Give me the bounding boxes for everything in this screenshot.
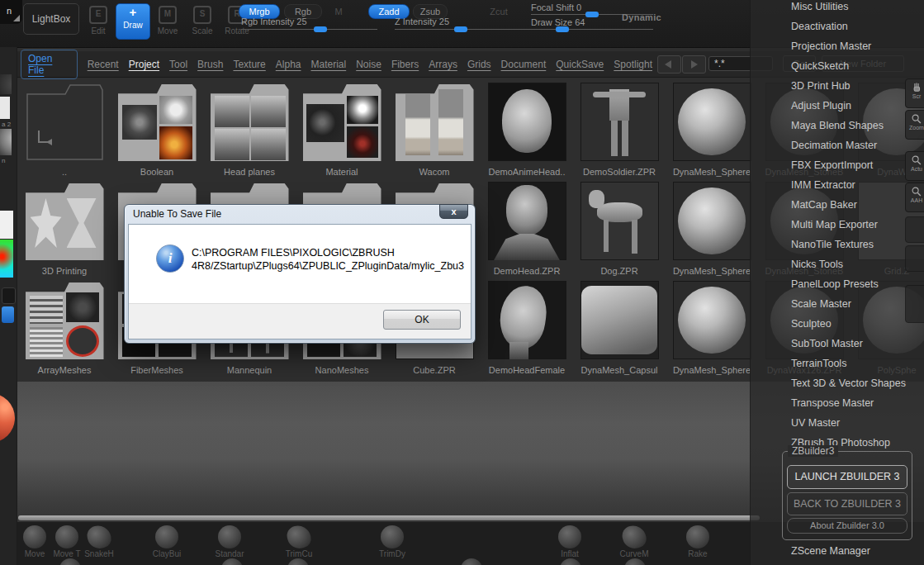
menu-item-maya-blend-shapes[interactable]: Maya Blend Shapes [751,116,924,135]
alpha-swatch-partial[interactable] [0,97,10,119]
tab-texture[interactable]: Texture [233,59,265,70]
actual-size-button[interactable]: Actu [905,151,924,181]
brush-trimcurve[interactable]: TrimCu [276,525,322,558]
lightbox-item[interactable]: .. [18,83,111,177]
menu-item-text-3d-vector-shapes[interactable]: Text 3D & Vector Shapes [751,373,924,393]
brush-trimdynamic[interactable]: TrimDy [369,525,415,558]
brush-standard[interactable]: Standar [206,525,253,558]
slider-thumb[interactable] [556,26,569,32]
lightbox-item[interactable]: DynaMesh_Sphere [666,83,758,177]
dynamic-toggle[interactable]: Dynamic [622,12,661,22]
project-thumbnail[interactable] [580,182,659,260]
menu-item-fbx-exportimport[interactable]: FBX ExportImport [751,155,924,175]
menu-item-decimation-master[interactable]: Decimation Master [751,135,924,155]
lightbox-button[interactable]: LightBox [23,3,79,35]
menu-item-scale-master[interactable]: Scale Master [751,294,924,314]
brush-partial[interactable] [461,558,482,565]
menu-item-imm-extractor[interactable]: IMM Extractor [751,175,924,195]
lightbox-item[interactable]: DynaMesh_Sphere [666,281,758,375]
brush-partial[interactable] [287,558,309,565]
project-thumbnail[interactable] [580,83,659,161]
brush-claybuildup[interactable]: ClayBui [144,525,190,558]
project-thumbnail[interactable] [580,281,659,359]
brush-snakehook[interactable]: SnakeH [76,525,122,558]
tool-preview-partial[interactable] [0,74,12,94]
menu-item-transpose-master[interactable]: Transpose Master [751,393,924,413]
project-thumbnail[interactable] [488,182,566,260]
tab-grids[interactable]: Grids [467,59,491,70]
lightbox-item[interactable]: Head planes [203,83,296,177]
menu-item-matcap-baker[interactable]: MatCap Baker [751,195,924,215]
m-toggle[interactable]: M [325,4,352,19]
lightbox-item[interactable]: DynaMesh_Capsul [573,281,666,375]
brush-rake[interactable]: Rake [675,525,721,558]
lightbox-item[interactable]: Boolean [111,83,203,177]
project-thumbnail[interactable] [673,281,751,359]
material-sphere-orange[interactable] [0,393,15,443]
project-thumbnail[interactable] [488,281,566,359]
menu-item-uv-master[interactable]: UV Master [751,413,924,433]
folder-thumbnail[interactable] [396,83,474,161]
menu-item-panelloop-presets[interactable]: PanelLoop Presets [751,274,924,294]
close-button[interactable]: x [439,204,468,219]
folder-thumbnail[interactable] [26,182,104,260]
z-intensity-slider[interactable] [395,29,531,30]
menu-item-sculpteo[interactable]: Sculpteo [751,314,924,334]
launch-zbuilder-button[interactable]: LAUNCH ZBUILDER 3 [787,465,907,489]
lightbox-item[interactable]: DemoSoldier.ZPR [573,83,666,177]
shelf-button-partial[interactable] [905,245,924,272]
tab-brush[interactable]: Brush [197,59,223,70]
corner-tool-button[interactable]: n [0,0,22,24]
brush-partial[interactable] [624,558,646,565]
zcut-toggle[interactable]: Zcut [481,4,516,19]
aahalf-button[interactable]: AAH [905,183,924,212]
menu-item-nanotile-textures[interactable]: NanoTile Textures [751,235,924,254]
lightbox-item[interactable]: DemoAnimeHead.. [481,83,573,177]
slider-thumb[interactable] [454,26,467,32]
prev-page-button[interactable] [657,55,681,74]
lightbox-item[interactable]: Material [296,83,388,177]
tab-alpha[interactable]: Alpha [276,59,301,70]
brush-inflate[interactable]: Inflat [547,525,593,558]
slider-thumb[interactable] [314,26,327,32]
draw-size-slider[interactable] [531,29,653,30]
tab-tool[interactable]: Tool [169,59,187,70]
folder-thumbnail[interactable] [26,281,104,359]
shelf-button-partial[interactable] [905,285,924,323]
zoom-button[interactable]: Zoom [905,110,924,140]
tab-recent[interactable]: Recent [88,59,119,70]
folder-thumbnail[interactable] [211,83,289,161]
lightbox-item[interactable]: DynaMesh_Sphere [666,182,758,276]
back-to-zbuilder-button[interactable]: BACK TO ZBUILDER 3 [787,492,907,515]
edit-button[interactable]: E Edit [83,6,114,36]
scroll-button[interactable]: Scr [905,78,924,108]
menu-item-3d-print-hub[interactable]: 3D Print Hub [751,76,924,96]
about-zbuilder-button[interactable]: About Zbuilder 3.0 [787,518,907,534]
menu-item-multi-map-exporter[interactable]: Multi Map Exporter [751,215,924,235]
lightbox-item[interactable]: DemoHead.ZPR [481,182,573,276]
move-button[interactable]: M Move [152,6,183,36]
tab-material[interactable]: Material [311,59,347,70]
menu-item-adjust-plugin[interactable]: Adjust Plugin [751,96,924,116]
folder-thumbnail[interactable] [303,83,381,161]
menu-item-nicks-tools[interactable]: Nicks Tools [751,254,924,274]
color-picker-gradient[interactable] [0,240,13,278]
ok-button[interactable]: OK [383,310,461,330]
zbuilder-header[interactable]: ZBuilder3 [788,445,838,457]
lightbox-item[interactable]: ArrayMeshes [18,281,111,375]
tab-spotlight[interactable]: Spotlight [614,59,652,70]
next-page-button[interactable] [682,55,706,74]
shelf-button-dark[interactable] [2,287,16,304]
menu-item-subtool-master[interactable]: SubTool Master [751,334,924,354]
draw-button[interactable]: + Draw [116,3,150,40]
brush-partial[interactable] [560,558,581,565]
tab-open-file[interactable]: Open File [21,50,78,79]
color-swatch-white[interactable] [0,211,13,239]
tab-project[interactable]: Project [129,59,159,70]
brush-partial[interactable] [59,558,81,565]
menu-item-projection-master[interactable]: Projection Master [751,36,924,56]
tab-quicksave[interactable]: QuickSave [556,59,604,70]
project-thumbnail[interactable] [673,83,751,161]
menu-item-quicksketch[interactable]: QuickSketch [751,56,924,76]
lightbox-item[interactable]: 3D Printing [18,182,111,276]
